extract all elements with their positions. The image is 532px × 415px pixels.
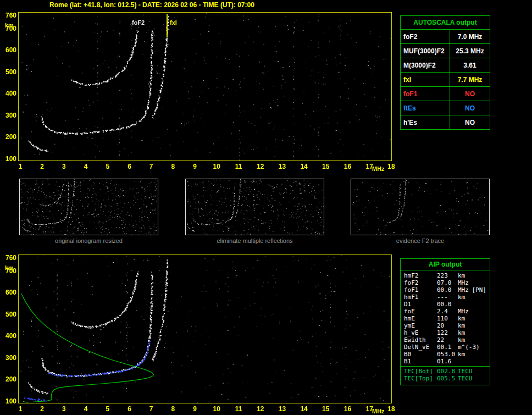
y-tick-label-top: 500 bbox=[1, 69, 16, 75]
x-tick-label-top: 18 bbox=[384, 163, 398, 170]
autoscala-param-label: foF2 bbox=[401, 30, 450, 43]
autoscala-row-M(3000)F2: M(3000)F23.61 bbox=[401, 58, 490, 73]
aip-row-foF1: foF100.0MHz[PN] bbox=[401, 286, 490, 294]
aip-param-value: 01.6 bbox=[437, 358, 457, 365]
y-tick-label-bottom: 700 bbox=[1, 268, 16, 274]
aip-row-Ewidth: Ewidth22km bbox=[401, 336, 490, 344]
aip-panel-title: AIP output bbox=[401, 259, 490, 270]
x-axis-unit-top: MHz bbox=[372, 165, 385, 172]
aip-param-name: TEC[Bot] bbox=[404, 368, 437, 375]
thumbnail-canvas-2 bbox=[351, 179, 489, 235]
aip-row-foF2: foF207.0MHz bbox=[401, 279, 490, 286]
aip-rows: hmF2223kmfoF207.0MHzfoF100.0MHz[PN]hmF1-… bbox=[401, 272, 490, 382]
y-tick-label-bottom: 500 bbox=[1, 311, 16, 318]
aip-param-name: foE bbox=[404, 308, 437, 315]
aip-param-value: 223 bbox=[437, 272, 457, 279]
ionogram-bottom-canvas bbox=[19, 255, 391, 403]
aip-separator bbox=[401, 366, 490, 367]
page-title: Rome (lat: +41.8, lon: 012.5) - DATE: 20… bbox=[49, 1, 254, 9]
x-tick-label-bottom: 17 bbox=[362, 405, 376, 413]
aip-param-name: TEC[Top] bbox=[404, 375, 437, 382]
autoscala-rows: foF27.0 MHzMUF(3000)F225.3 MHzM(3000)F23… bbox=[401, 30, 490, 129]
thumbnail-caption-2: evidence F2 trace bbox=[351, 237, 490, 244]
thumbnail-caption-1: eliminate multiple reflections bbox=[185, 237, 324, 244]
aip-param-name: ymE bbox=[404, 322, 437, 329]
x-tick-label-top: 17 bbox=[362, 163, 376, 170]
y-tick-label-bottom: 200 bbox=[1, 376, 16, 383]
x-tick-label-bottom: 5 bbox=[101, 405, 115, 413]
aip-param-value: 002.8 bbox=[437, 368, 457, 375]
aip-param-value: 22 bbox=[437, 336, 457, 344]
x-tick-label-top: 13 bbox=[275, 163, 289, 170]
aip-param-unit bbox=[457, 358, 486, 365]
thumbnail-original-ionogram bbox=[19, 179, 158, 235]
aip-param-name: B1 bbox=[404, 358, 437, 365]
y-tick-label-bottom: 400 bbox=[1, 333, 16, 339]
x-axis-unit-bottom: MHz bbox=[372, 408, 385, 414]
y-tick-label-top: 100 bbox=[1, 156, 16, 162]
y-tick-label-bottom: 100 bbox=[1, 398, 16, 405]
aip-param-value: 005.5 bbox=[437, 375, 457, 382]
autoscala-panel-title: AUTOSCALA output bbox=[401, 16, 490, 30]
x-tick-label-bottom: 13 bbox=[275, 405, 289, 413]
aip-row-DelN_vE: DelN_vE00.1m^(-3) bbox=[401, 344, 490, 351]
autoscala-param-value: NO bbox=[450, 87, 490, 101]
x-tick-label-top: 5 bbox=[101, 163, 115, 170]
aip-row-B0: B0053.0km bbox=[401, 351, 490, 358]
y-tick-label-top: 300 bbox=[1, 112, 16, 119]
x-tick-label-top: 6 bbox=[123, 163, 137, 170]
y-tick-label-top: 600 bbox=[1, 47, 16, 53]
aip-param-value: 2.4 bbox=[437, 308, 457, 315]
aip-param-name: foF1 bbox=[404, 286, 437, 294]
x-tick-label-bottom: 3 bbox=[57, 405, 71, 413]
x-tick-label-bottom: 18 bbox=[384, 405, 398, 413]
aip-param-name: hmF1 bbox=[404, 294, 437, 301]
aip-param-name: D1 bbox=[404, 301, 437, 308]
autoscala-row-foF1: foF1NO bbox=[401, 87, 490, 101]
autoscala-row-MUF(3000)F2: MUF(3000)F225.3 MHz bbox=[401, 44, 490, 58]
aip-row-ymE: ymE20km bbox=[401, 322, 490, 329]
autoscala-param-value: 25.3 MHz bbox=[450, 44, 490, 58]
x-tick-label-bottom: 7 bbox=[144, 405, 158, 413]
aip-param-value: 07.0 bbox=[437, 279, 457, 286]
x-tick-label-top: 4 bbox=[79, 163, 93, 170]
y-tick-label-bottom: 300 bbox=[1, 355, 16, 361]
x-tick-label-top: 3 bbox=[57, 163, 71, 170]
aip-param-unit: MHz bbox=[457, 279, 486, 286]
ionogram-plot-bottom bbox=[18, 254, 392, 403]
aip-param-value: 110 bbox=[437, 315, 457, 322]
autoscala-param-label: fxI bbox=[401, 73, 450, 86]
aip-row-B1: B101.6 bbox=[401, 358, 490, 365]
x-tick-label-bottom: 10 bbox=[209, 405, 224, 413]
aip-param-unit: TECU bbox=[457, 368, 486, 375]
thumbnail-caption-0: original ionogram resized bbox=[19, 237, 158, 244]
x-tick-label-bottom: 4 bbox=[79, 405, 93, 413]
autoscala-param-value: 3.61 bbox=[450, 58, 490, 72]
aip-row-h_vE: h_vE122km bbox=[401, 329, 490, 336]
ionogram-plot-top: foF2 fxI bbox=[18, 12, 392, 161]
x-tick-label-top: 16 bbox=[341, 163, 355, 170]
aip-row-hmF2: hmF2223km bbox=[401, 272, 490, 279]
autoscala-param-label: M(3000)F2 bbox=[401, 58, 450, 72]
aip-param-unit: km bbox=[457, 329, 486, 336]
y-tick-label-top: 760 bbox=[1, 12, 16, 19]
x-tick-label-bottom: 6 bbox=[123, 405, 137, 413]
x-tick-label-bottom: 8 bbox=[166, 405, 180, 413]
x-tick-label-top: 11 bbox=[231, 163, 246, 170]
y-axis-unit-bottom: km bbox=[5, 264, 14, 271]
aip-param-unit: km bbox=[457, 272, 486, 279]
aip-param-name: foF2 bbox=[404, 279, 437, 286]
x-tick-label-top: 8 bbox=[166, 163, 180, 170]
thumbnail-evidence-f2-trace bbox=[351, 179, 490, 235]
x-tick-label-bottom: 16 bbox=[341, 405, 355, 413]
aip-row-TEC[Top]: TEC[Top]005.5TECU bbox=[401, 375, 490, 382]
autoscala-row-ftEs: ftEsNO bbox=[401, 101, 490, 115]
aip-param-unit: km bbox=[457, 322, 486, 329]
aip-row-hmE: hmE110km bbox=[401, 315, 490, 322]
aip-param-unit: km bbox=[457, 315, 486, 322]
autoscala-row-h'Es: h'EsNO bbox=[401, 115, 490, 129]
aip-param-unit: MHz bbox=[457, 286, 472, 294]
aip-param-value: 00.0 bbox=[437, 301, 457, 308]
aip-param-name: hmE bbox=[404, 315, 437, 322]
thumbnail-canvas-1 bbox=[186, 179, 324, 235]
